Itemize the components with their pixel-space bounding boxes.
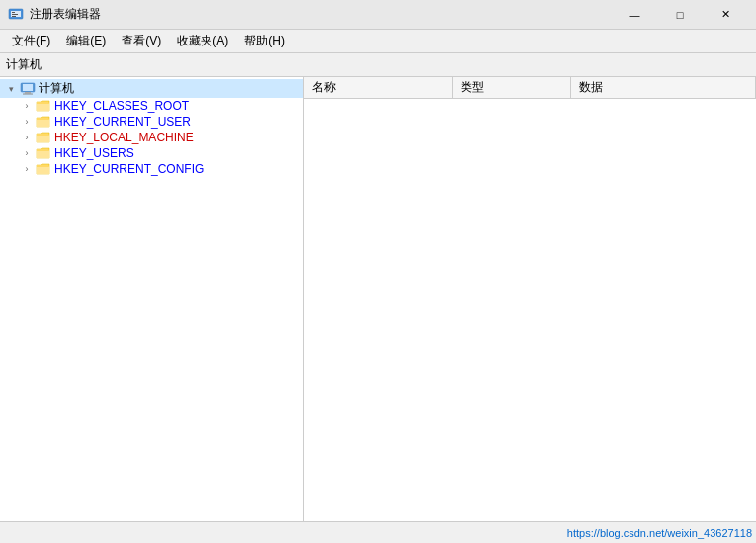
svg-rect-8 — [23, 93, 33, 94]
col-header-type[interactable]: 类型 — [453, 77, 571, 98]
expand-computer-icon: ▾ — [4, 82, 18, 96]
expand-hkcu-icon: › — [20, 115, 34, 129]
expand-hkcc-icon: › — [20, 162, 34, 176]
right-content-area — [304, 99, 756, 521]
menu-favorites[interactable]: 收藏夹(A) — [169, 31, 236, 52]
svg-rect-2 — [12, 12, 15, 13]
col-header-name[interactable]: 名称 — [304, 77, 453, 98]
svg-rect-4 — [12, 16, 16, 17]
hklm-label: HKEY_LOCAL_MACHINE — [54, 131, 194, 144]
folder-icon-hklm — [36, 131, 51, 144]
folder-icon-hkcc — [36, 162, 51, 176]
expand-hku-icon: › — [20, 146, 34, 160]
title-bar: 注册表编辑器 — □ ✕ — [0, 0, 756, 30]
menu-file[interactable]: 文件(F) — [4, 31, 58, 52]
status-url[interactable]: https://blog.csdn.net/weixin_43627118 — [567, 527, 752, 539]
main-content: ▾ 计算机 › HKEY_CLASSES_ROOT › — [0, 77, 756, 521]
folder-icon-hkcu — [36, 115, 51, 129]
minimize-button[interactable]: — — [612, 0, 657, 30]
status-bar: https://blog.csdn.net/weixin_43627118 — [0, 521, 756, 543]
menu-bar: 文件(F) 编辑(E) 查看(V) 收藏夹(A) 帮助(H) — [0, 30, 756, 53]
column-header: 名称 类型 数据 — [304, 77, 756, 99]
tree-root-computer[interactable]: ▾ 计算机 — [0, 79, 303, 98]
hkcr-label: HKEY_CLASSES_ROOT — [54, 99, 189, 113]
hkcc-label: HKEY_CURRENT_CONFIG — [54, 162, 204, 176]
tree-item-hku[interactable]: › HKEY_USERS — [0, 145, 303, 161]
svg-rect-7 — [25, 92, 31, 94]
tree-panel[interactable]: ▾ 计算机 › HKEY_CLASSES_ROOT › — [0, 77, 304, 521]
menu-help[interactable]: 帮助(H) — [236, 31, 293, 52]
tree-item-hklm[interactable]: › HKEY_LOCAL_MACHINE — [0, 130, 303, 145]
close-button[interactable]: ✕ — [703, 0, 748, 30]
menu-view[interactable]: 查看(V) — [114, 31, 169, 52]
col-header-data[interactable]: 数据 — [571, 77, 756, 98]
svg-rect-6 — [23, 84, 33, 91]
hku-label: HKEY_USERS — [54, 146, 134, 160]
menu-edit[interactable]: 编辑(E) — [58, 31, 114, 52]
computer-label: 计算机 — [39, 80, 74, 97]
hkcu-label: HKEY_CURRENT_USER — [54, 115, 191, 129]
address-label: 计算机 — [6, 56, 42, 73]
maximize-button[interactable]: □ — [657, 0, 703, 30]
tree-item-hkcr[interactable]: › HKEY_CLASSES_ROOT — [0, 98, 303, 114]
title-bar-left: 注册表编辑器 — [8, 6, 101, 23]
computer-icon — [20, 81, 36, 97]
title-text: 注册表编辑器 — [30, 6, 101, 23]
expand-hklm-icon: › — [20, 131, 34, 144]
address-bar: 计算机 — [0, 53, 756, 77]
expand-hkcr-icon: › — [20, 99, 34, 113]
folder-icon-hkcr — [36, 99, 51, 113]
tree-item-hkcu[interactable]: › HKEY_CURRENT_USER — [0, 114, 303, 130]
title-controls: — □ ✕ — [612, 0, 748, 30]
tree-item-hkcc[interactable]: › HKEY_CURRENT_CONFIG — [0, 161, 303, 177]
svg-rect-3 — [12, 14, 18, 15]
folder-icon-hku — [36, 146, 51, 160]
right-panel: 名称 类型 数据 — [304, 77, 756, 521]
app-icon — [8, 7, 24, 23]
